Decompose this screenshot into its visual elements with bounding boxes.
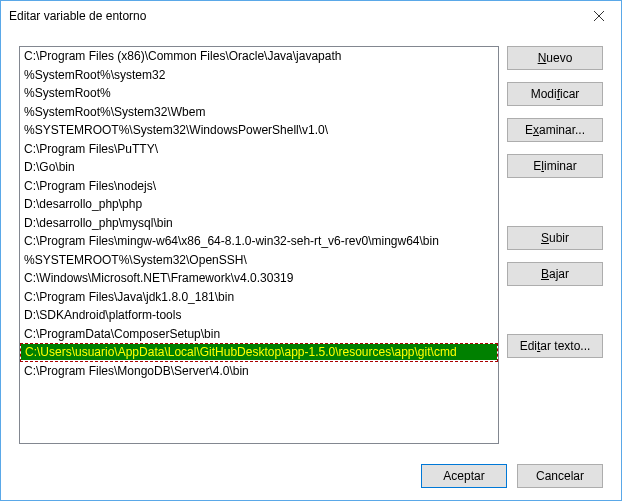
edit-button[interactable]: Modificar: [507, 82, 603, 106]
list-item[interactable]: C:\Program Files (x86)\Common Files\Orac…: [20, 47, 498, 66]
dialog-content: C:\Program Files (x86)\Common Files\Orac…: [11, 38, 611, 452]
list-item[interactable]: D:\Go\bin: [20, 158, 498, 177]
delete-button[interactable]: Eliminar: [507, 154, 603, 178]
list-item[interactable]: %SYSTEMROOT%\System32\WindowsPowerShell\…: [20, 121, 498, 140]
list-item[interactable]: C:\Program Files\PuTTY\: [20, 140, 498, 159]
titlebar: Editar variable de entorno: [1, 1, 621, 31]
ok-button[interactable]: Aceptar: [421, 464, 507, 488]
list-item[interactable]: C:\ProgramData\ComposerSetup\bin: [20, 325, 498, 344]
list-item[interactable]: D:\SDKAndroid\platform-tools: [20, 306, 498, 325]
new-button[interactable]: Nuevo: [507, 46, 603, 70]
browse-button[interactable]: Examinar...: [507, 118, 603, 142]
close-icon: [594, 11, 604, 21]
list-item[interactable]: C:\Program Files\nodejs\: [20, 177, 498, 196]
move-up-button[interactable]: Subir: [507, 226, 603, 250]
move-down-button[interactable]: Bajar: [507, 262, 603, 286]
list-item-text: C:\Users\usuario\AppData\Local\GitHubDes…: [21, 344, 497, 360]
list-item[interactable]: C:\Users\usuario\AppData\Local\GitHubDes…: [20, 343, 498, 362]
list-item[interactable]: C:\Program Files\mingw-w64\x86_64-8.1.0-…: [20, 232, 498, 251]
list-item[interactable]: %SystemRoot%: [20, 84, 498, 103]
list-item[interactable]: C:\Program Files\MongoDB\Server\4.0\bin: [20, 362, 498, 381]
list-item[interactable]: C:\Windows\Microsoft.NET\Framework\v4.0.…: [20, 269, 498, 288]
close-button[interactable]: [576, 1, 621, 31]
cancel-button[interactable]: Cancelar: [517, 464, 603, 488]
edit-text-button[interactable]: Editar texto...: [507, 334, 603, 358]
list-item[interactable]: D:\desarrollo_php\mysql\bin: [20, 214, 498, 233]
dialog-footer: Aceptar Cancelar: [1, 452, 621, 500]
list-item[interactable]: D:\desarrollo_php\php: [20, 195, 498, 214]
path-listbox[interactable]: C:\Program Files (x86)\Common Files\Orac…: [19, 46, 499, 444]
window-title: Editar variable de entorno: [9, 9, 146, 23]
list-item[interactable]: %SystemRoot%\system32: [20, 66, 498, 85]
list-item[interactable]: C:\Program Files\Java\jdk1.8.0_181\bin: [20, 288, 498, 307]
list-item[interactable]: %SYSTEMROOT%\System32\OpenSSH\: [20, 251, 498, 270]
side-buttons: Nuevo Modificar Examinar... Eliminar Sub…: [507, 46, 603, 358]
list-item[interactable]: %SystemRoot%\System32\Wbem: [20, 103, 498, 122]
